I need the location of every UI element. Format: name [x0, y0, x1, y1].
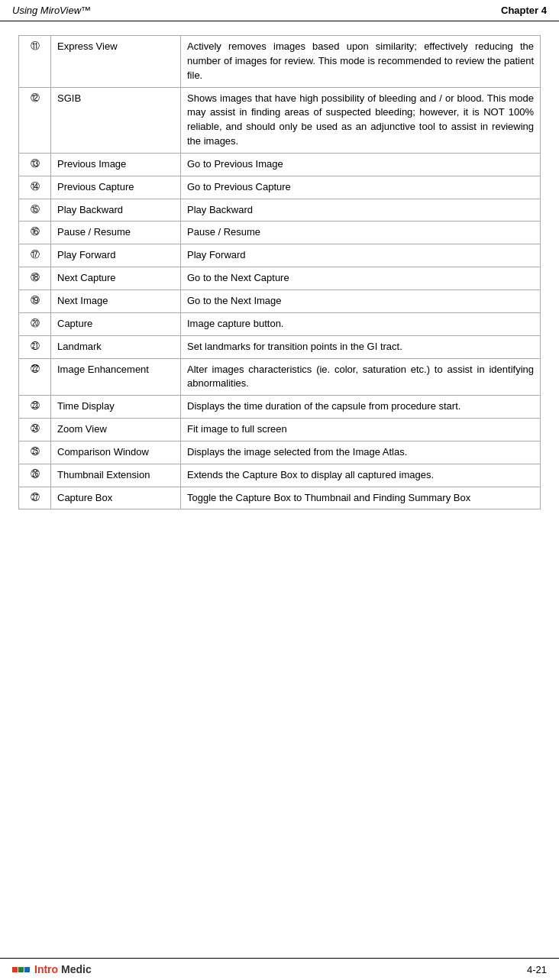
row-name: Comparison Window [51, 441, 181, 464]
row-description: Shows images that have high possibility … [181, 87, 541, 153]
row-number: ⑮ [19, 199, 51, 222]
row-name: Zoom View [51, 419, 181, 441]
table-row: ㉒Image EnhancementAlter images character… [19, 358, 541, 396]
row-name: Previous Image [51, 153, 181, 176]
page-number: 4-21 [527, 964, 547, 975]
logo-intro: Intro [34, 963, 58, 975]
table-row: ㉕Comparison WindowDisplays the image sel… [19, 441, 541, 464]
row-description: Toggle the Capture Box to Thumbnail and … [181, 487, 541, 509]
row-description: Go to Previous Capture [181, 176, 541, 199]
row-name: Express View [51, 36, 181, 88]
row-name: Next Capture [51, 267, 181, 290]
row-description: Set landmarks for transition points in t… [181, 335, 541, 358]
table-row: ⑱Next CaptureGo to the Next Capture [19, 267, 541, 290]
row-description: Play Forward [181, 244, 541, 267]
header-left: Using MiroView™ [12, 5, 91, 16]
row-number: ㉕ [19, 441, 51, 464]
table-row: ⑭Previous CaptureGo to Previous Capture [19, 176, 541, 199]
row-number: ⑭ [19, 176, 51, 199]
table-row: ⑲Next ImageGo to the Next Image [19, 289, 541, 312]
row-name: Time Display [51, 396, 181, 419]
row-description: Displays the image selected from the Ima… [181, 441, 541, 464]
page-footer: IntroMedic 4-21 [0, 958, 559, 980]
row-name: Image Enhancement [51, 358, 181, 396]
row-name: Capture Box [51, 487, 181, 509]
row-name: Landmark [51, 335, 181, 358]
logo-sq3 [24, 967, 30, 972]
row-description: Pause / Resume [181, 222, 541, 244]
footer-logo: IntroMedic [12, 963, 92, 975]
logo-medic: Medic [61, 963, 92, 975]
row-name: Capture [51, 312, 181, 335]
table-row: ⑮Play BackwardPlay Backward [19, 199, 541, 222]
row-number: ㉓ [19, 396, 51, 419]
row-name: Next Image [51, 289, 181, 312]
row-description: Go to the Next Capture [181, 267, 541, 290]
row-description: Fit image to full screen [181, 419, 541, 441]
row-number: ㉑ [19, 335, 51, 358]
row-description: Play Backward [181, 199, 541, 222]
row-number: ⑰ [19, 244, 51, 267]
logo-icon [12, 967, 30, 972]
row-number: ㉗ [19, 487, 51, 509]
table-row: ㉑LandmarkSet landmarks for transition po… [19, 335, 541, 358]
logo-sq2 [18, 967, 24, 972]
row-name: Pause / Resume [51, 222, 181, 244]
row-name: Play Forward [51, 244, 181, 267]
row-name: SGIB [51, 87, 181, 153]
row-description: Go to Previous Image [181, 153, 541, 176]
table-row: ㉔Zoom ViewFit image to full screen [19, 419, 541, 441]
row-number: ⑯ [19, 222, 51, 244]
row-number: ⑪ [19, 36, 51, 88]
table-row: ㉓Time DisplayDisplays the time duration … [19, 396, 541, 419]
row-number: ㉖ [19, 464, 51, 487]
row-name: Play Backward [51, 199, 181, 222]
table-row: ⑳CaptureImage capture button. [19, 312, 541, 335]
row-number: ㉒ [19, 358, 51, 396]
row-description: Extends the Capture Box to display all c… [181, 464, 541, 487]
logo-sq1 [12, 967, 18, 972]
row-description: Displays the time duration of the capsul… [181, 396, 541, 419]
page-header: Using MiroView™ Chapter 4 [0, 0, 559, 21]
table-row: ⑯Pause / ResumePause / Resume [19, 222, 541, 244]
table-row: ㉗Capture BoxToggle the Capture Box to Th… [19, 487, 541, 509]
row-number: ⑱ [19, 267, 51, 290]
row-description: Alter images characteristics (ie. color,… [181, 358, 541, 396]
features-table: ⑪Express ViewActively removes images bas… [18, 35, 541, 509]
table-row: ⑬Previous ImageGo to Previous Image [19, 153, 541, 176]
table-row: ⑰Play ForwardPlay Forward [19, 244, 541, 267]
row-number: ⑬ [19, 153, 51, 176]
row-name: Thumbnail Extension [51, 464, 181, 487]
row-number: ⑳ [19, 312, 51, 335]
row-number: ⑲ [19, 289, 51, 312]
row-description: Image capture button. [181, 312, 541, 335]
main-content: ⑪Express ViewActively removes images bas… [0, 21, 559, 517]
table-row: ⑫SGIBShows images that have high possibi… [19, 87, 541, 153]
table-row: ⑪Express ViewActively removes images bas… [19, 36, 541, 88]
row-name: Previous Capture [51, 176, 181, 199]
header-right: Chapter 4 [501, 5, 547, 16]
row-description: Actively removes images based upon simil… [181, 36, 541, 88]
row-description: Go to the Next Image [181, 289, 541, 312]
row-number: ⑫ [19, 87, 51, 153]
table-row: ㉖Thumbnail ExtensionExtends the Capture … [19, 464, 541, 487]
row-number: ㉔ [19, 419, 51, 441]
